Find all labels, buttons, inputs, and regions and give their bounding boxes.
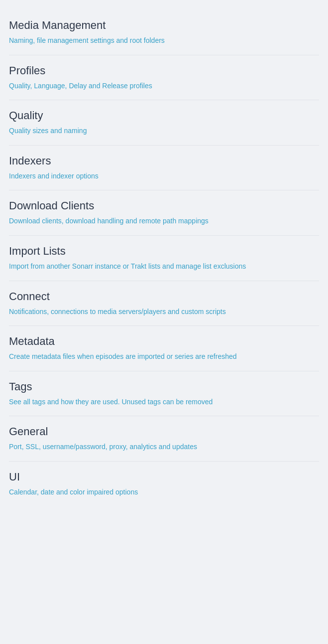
settings-item-title-profiles: Profiles [9, 64, 319, 77]
settings-item-title-media-management: Media Management [9, 19, 319, 32]
settings-item-description-import-lists: Import from another Sonarr instance or T… [9, 262, 319, 272]
settings-item-description-connect: Notifications, connections to media serv… [9, 307, 319, 317]
settings-item-ui[interactable]: UICalendar, date and color impaired opti… [9, 462, 319, 506]
settings-item-import-lists[interactable]: Import ListsImport from another Sonarr i… [9, 236, 319, 281]
settings-item-indexers[interactable]: IndexersIndexers and indexer options [9, 146, 319, 191]
settings-item-title-metadata: Metadata [9, 335, 319, 348]
settings-item-title-connect: Connect [9, 290, 319, 303]
settings-item-description-media-management: Naming, file management settings and roo… [9, 36, 319, 46]
settings-item-media-management[interactable]: Media ManagementNaming, file management … [9, 10, 319, 55]
settings-item-title-tags: Tags [9, 380, 319, 393]
settings-item-description-quality: Quality sizes and naming [9, 126, 319, 136]
settings-item-title-quality: Quality [9, 109, 319, 122]
settings-item-description-ui: Calendar, date and color impaired option… [9, 487, 319, 497]
settings-item-download-clients[interactable]: Download ClientsDownload clients, downlo… [9, 190, 319, 236]
settings-list: Media ManagementNaming, file management … [9, 10, 319, 506]
settings-item-connect[interactable]: ConnectNotifications, connections to med… [9, 281, 319, 326]
settings-item-profiles[interactable]: ProfilesQuality, Language, Delay and Rel… [9, 55, 319, 101]
settings-item-tags[interactable]: TagsSee all tags and how they are used. … [9, 371, 319, 417]
settings-item-title-general: General [9, 425, 319, 438]
settings-item-description-metadata: Create metadata files when episodes are … [9, 352, 319, 362]
settings-item-description-general: Port, SSL, username/password, proxy, ana… [9, 442, 319, 452]
settings-item-description-download-clients: Download clients, download handling and … [9, 216, 319, 226]
settings-item-title-import-lists: Import Lists [9, 245, 319, 258]
settings-item-metadata[interactable]: MetadataCreate metadata files when episo… [9, 326, 319, 371]
settings-item-description-profiles: Quality, Language, Delay and Release pro… [9, 81, 319, 91]
settings-item-title-download-clients: Download Clients [9, 199, 319, 212]
settings-item-description-tags: See all tags and how they are used. Unus… [9, 397, 319, 407]
settings-item-title-indexers: Indexers [9, 155, 319, 167]
settings-item-general[interactable]: GeneralPort, SSL, username/password, pro… [9, 416, 319, 462]
settings-item-description-indexers: Indexers and indexer options [9, 171, 319, 181]
settings-item-quality[interactable]: QualityQuality sizes and naming [9, 100, 319, 146]
settings-item-title-ui: UI [9, 471, 319, 483]
